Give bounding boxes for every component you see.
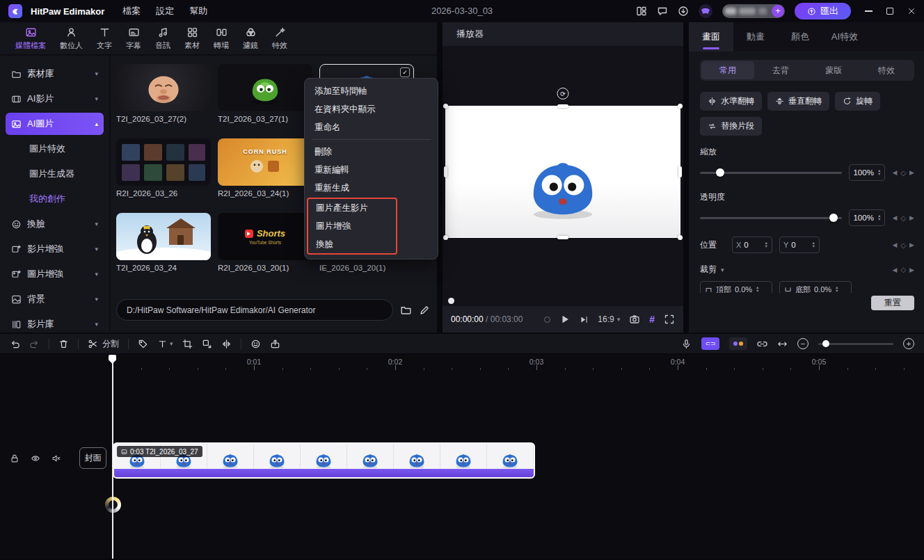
seek-handle[interactable] [448,298,454,304]
feedback-icon[interactable] [657,6,668,17]
aspect-ratio-select[interactable]: 16:9▾ [598,314,620,324]
stepper-arrows[interactable]: ▲▼ [756,286,759,293]
scale-value-stepper[interactable]: 100% ▲▼ [849,164,885,181]
tab-filters[interactable]: 濾鏡 [237,25,264,52]
checkbox-icon[interactable]: ✓ [400,67,410,77]
subtab-common[interactable]: 常用 [701,61,754,79]
sidebar-item-face-swap[interactable]: 換臉▾ [6,213,104,235]
scale-keyframe-controls[interactable]: ◀◇▶ [892,169,914,177]
zoom-in-icon[interactable]: + [903,338,914,349]
lock-track-icon[interactable] [10,454,19,463]
cover-button[interactable]: 封面 [79,447,106,469]
edit-path-icon[interactable] [419,305,430,316]
layout-icon[interactable] [636,6,647,17]
zoom-out-icon[interactable]: − [797,338,808,349]
maximize-button[interactable] [886,8,893,15]
tab-effects[interactable]: 特效 [266,25,293,52]
stepper-arrows[interactable]: ▲▼ [877,214,881,221]
sidebar-item-ai-image[interactable]: AI圖片▴ [6,113,104,135]
timeline-zoom-slider[interactable] [818,343,893,345]
sidebar-item-ai-video[interactable]: AI影片▾ [6,88,104,110]
menu-item-rename[interactable]: 重命名 [305,118,438,136]
account-pill[interactable]: + [722,4,785,18]
playhead[interactable] [112,355,113,559]
stepper-arrows[interactable]: ▲▼ [765,241,768,248]
menu-item-add-to-timeline[interactable]: 添加至時間軸 [305,82,438,100]
save-path-input[interactable]: D:/HitPaw Software/HitPaw Edimakor/AI Ge… [116,299,393,321]
sidebar-item-image-effects[interactable]: 圖片特效 [6,138,104,160]
marker-icon[interactable] [138,339,148,349]
slider-knob[interactable] [822,340,829,347]
slider-knob[interactable] [829,214,838,222]
minimize-button[interactable] [865,10,873,11]
grid-overlay-icon[interactable]: # [649,314,655,325]
text-tool-icon[interactable]: ▾ [157,339,173,349]
menu-item-show-in-folder[interactable]: 在資料夾中顯示 [305,100,438,118]
avatar[interactable] [699,4,712,18]
play-button[interactable] [559,314,571,325]
sidebar-item-video-enhance[interactable]: 影片增強▾ [6,238,104,260]
menu-settings[interactable]: 設定 [156,5,174,17]
sidebar-item-background[interactable]: 背景▾ [6,288,104,310]
add-member-icon[interactable]: + [772,5,784,17]
media-card[interactable]: T2I_2026_03_27(2) [116,64,211,123]
flip-horizontal-button[interactable]: 水準翻轉 [700,92,762,111]
flip-vertical-button[interactable]: 垂直翻轉 [767,92,829,111]
split-label[interactable]: 分割 [102,338,119,350]
loop-icon[interactable] [544,317,550,323]
magnet-toggle-icon[interactable] [729,337,747,350]
sidebar-item-video-library[interactable]: 影片庫▾ [6,313,104,331]
resize-handle[interactable] [443,235,448,240]
subtab-remove-bg[interactable]: 去背 [754,61,807,79]
opacity-slider[interactable] [700,217,842,219]
tab-subtitles[interactable]: 字幕 [120,25,147,52]
menu-help[interactable]: 幫助 [189,5,207,17]
tab-animation[interactable]: 動畫 [733,22,778,51]
fullscreen-icon[interactable] [664,314,675,325]
tab-digital-human[interactable]: 數位人 [54,25,88,52]
split-icon[interactable] [88,339,98,349]
export-frame-icon[interactable] [270,339,280,349]
position-keyframe-controls[interactable]: ◀◇▶ [892,241,914,249]
replace-clip-button[interactable]: 替換片段 [700,117,762,136]
resize-handle[interactable] [557,236,568,239]
link-clips-icon[interactable] [757,339,767,349]
close-button[interactable] [907,7,916,15]
delete-icon[interactable] [58,339,69,349]
toggle-visibility-icon[interactable] [31,454,40,463]
resize-handle[interactable] [678,235,683,240]
menu-item-face-swap[interactable]: 換臉 [308,235,396,253]
slider-knob[interactable] [716,168,724,177]
tab-media-files[interactable]: 媒體檔案 [10,25,51,52]
menu-file[interactable]: 檔案 [122,5,141,17]
stepper-arrows[interactable]: ▲▼ [812,241,815,248]
tab-elements[interactable]: 素材 [179,25,205,52]
crop-icon[interactable] [182,339,193,349]
media-card[interactable]: T2I_2026_03_27(1) [218,64,312,123]
resize-handle[interactable] [444,166,447,177]
resize-handle[interactable] [557,104,568,108]
resize-handle[interactable] [678,104,683,109]
stepper-arrows[interactable]: ▲▼ [835,286,838,293]
chevron-down-icon[interactable]: ▾ [721,266,724,273]
face-swap-tool-icon[interactable] [250,339,261,349]
open-folder-icon[interactable] [400,304,412,316]
redo-icon[interactable] [29,339,40,349]
tab-color[interactable]: 顏色 [778,22,822,51]
position-x-stepper[interactable]: X 0 ▲▼ [732,237,772,253]
snapshot-icon[interactable] [629,314,640,325]
media-card[interactable]: T2I_2026_03_24 [116,213,211,272]
timeline[interactable]: 0:01 0:02 0:03 0:04 0:05 封面 0:03 T2I_202… [0,355,924,559]
menu-item-regenerate[interactable]: 重新生成 [305,179,438,197]
tab-transitions[interactable]: 轉場 [208,25,234,52]
undo-icon[interactable] [10,339,20,349]
sidebar-item-image-generator[interactable]: 圖片生成器 [6,163,104,185]
rotate-button[interactable]: 旋轉 [835,92,880,111]
stepper-arrows[interactable]: ▲▼ [877,169,881,176]
mute-track-icon[interactable] [51,454,61,463]
resize-handle[interactable] [443,104,448,109]
timeline-ruler[interactable]: 0:01 0:02 0:03 0:04 0:05 [0,355,924,371]
subtab-mask[interactable]: 蒙版 [807,61,860,79]
crop-top-stepper[interactable]: 頂部 0.0% ▲▼ [700,281,772,293]
tab-audio[interactable]: 音訊 [150,25,176,52]
